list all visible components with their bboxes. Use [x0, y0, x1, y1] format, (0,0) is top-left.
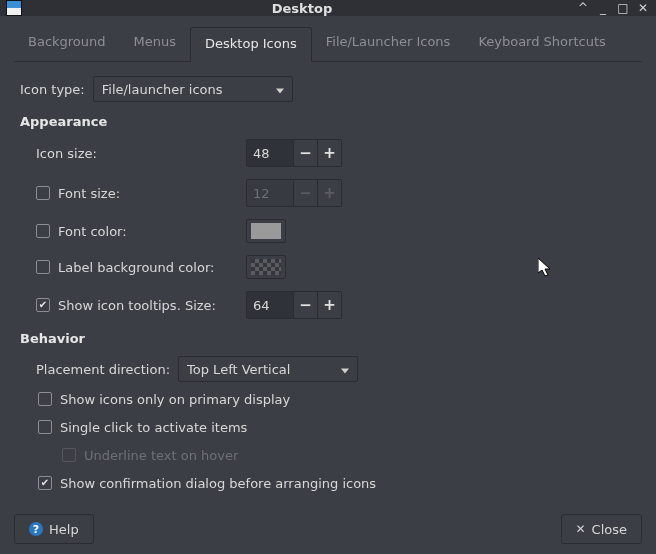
label-bg-checkbox[interactable] — [36, 260, 50, 274]
maximize-button[interactable]: □ — [616, 1, 630, 15]
confirm-arrange-label: Show confirmation dialog before arrangin… — [60, 476, 376, 491]
icon-size-spinner: 48 − + — [246, 139, 636, 167]
primary-display-label: Show icons only on primary display — [60, 392, 290, 407]
tab-menus[interactable]: Menus — [120, 26, 190, 61]
font-color-swatch — [251, 223, 281, 239]
close-window-button[interactable]: ✕ — [636, 1, 650, 15]
rollup-button[interactable]: ^ — [576, 1, 590, 15]
placement-label: Placement direction: — [36, 362, 170, 377]
icon-size-increment[interactable]: + — [318, 139, 342, 167]
confirm-arrange-row: Show confirmation dialog before arrangin… — [38, 474, 636, 492]
titlebar: Desktop ^ _ □ ✕ — [0, 0, 656, 16]
font-size-increment: + — [318, 179, 342, 207]
tooltips-row: Show icon tooltips. Size: — [36, 298, 246, 313]
primary-display-row: Show icons only on primary display — [38, 390, 636, 408]
label-bg-label: Label background color: — [58, 260, 214, 275]
icon-type-select[interactable]: File/launcher icons — [93, 76, 293, 102]
font-size-spinner: 12 − + — [246, 179, 636, 207]
titlebar-controls: ^ _ □ ✕ — [576, 1, 650, 15]
transparent-swatch — [251, 259, 281, 275]
tab-keyboard-shortcuts[interactable]: Keyboard Shortcuts — [464, 26, 619, 61]
confirm-arrange-checkbox[interactable] — [38, 476, 52, 490]
behavior-heading: Behavior — [20, 331, 636, 346]
font-color-label: Font color: — [58, 224, 127, 239]
single-click-label: Single click to activate items — [60, 420, 247, 435]
app-icon — [6, 0, 22, 16]
icon-type-row: Icon type: File/launcher icons — [20, 76, 636, 102]
tab-bar: Background Menus Desktop Icons File/Laun… — [14, 26, 642, 62]
underline-label: Underline text on hover — [84, 448, 238, 463]
label-bg-row: Label background color: — [36, 260, 246, 275]
appearance-grid: Icon size: 48 − + Font size: 12 − + — [36, 139, 636, 319]
placement-row: Placement direction: Top Left Vertical — [20, 356, 636, 382]
footer: ? Help ✕ Close — [0, 506, 656, 554]
tooltips-size-spinner: 64 − + — [246, 291, 636, 319]
help-icon: ? — [29, 522, 43, 536]
tooltips-size-decrement[interactable]: − — [294, 291, 318, 319]
underline-checkbox — [62, 448, 76, 462]
behavior-options: Show icons only on primary display Singl… — [38, 390, 636, 492]
icon-type-label: Icon type: — [20, 82, 85, 97]
font-size-row: Font size: — [36, 186, 246, 201]
label-bg-color-button[interactable] — [246, 255, 286, 279]
window-title: Desktop — [28, 1, 576, 16]
appearance-heading: Appearance — [20, 114, 636, 129]
single-click-checkbox[interactable] — [38, 420, 52, 434]
icon-size-decrement[interactable]: − — [294, 139, 318, 167]
icon-size-label: Icon size: — [36, 146, 246, 161]
font-size-checkbox[interactable] — [36, 186, 50, 200]
tab-file-launcher-icons[interactable]: File/Launcher Icons — [312, 26, 465, 61]
primary-display-checkbox[interactable] — [38, 392, 52, 406]
placement-select[interactable]: Top Left Vertical — [178, 356, 358, 382]
underline-row: Underline text on hover — [62, 446, 636, 464]
font-size-label: Font size: — [58, 186, 120, 201]
single-click-row: Single click to activate items — [38, 418, 636, 436]
close-label: Close — [592, 522, 627, 537]
tooltips-checkbox[interactable] — [36, 298, 50, 312]
desktop-settings-window: Desktop ^ _ □ ✕ Background Menus Desktop… — [0, 0, 656, 554]
tooltips-label: Show icon tooltips. Size: — [58, 298, 216, 313]
tab-body: Icon type: File/launcher icons Appearanc… — [14, 62, 642, 498]
font-color-checkbox[interactable] — [36, 224, 50, 238]
chevron-down-icon — [341, 362, 349, 377]
help-label: Help — [49, 522, 79, 537]
tab-background[interactable]: Background — [14, 26, 120, 61]
tooltips-size-increment[interactable]: + — [318, 291, 342, 319]
close-icon: ✕ — [576, 522, 586, 536]
font-color-button[interactable] — [246, 219, 286, 243]
icon-type-value: File/launcher icons — [102, 82, 223, 97]
minimize-button[interactable]: _ — [596, 1, 610, 15]
chevron-down-icon — [276, 82, 284, 97]
font-size-decrement: − — [294, 179, 318, 207]
placement-value: Top Left Vertical — [187, 362, 290, 377]
content-area: Background Menus Desktop Icons File/Laun… — [0, 16, 656, 506]
tooltips-size-input[interactable]: 64 — [246, 291, 294, 319]
font-color-row: Font color: — [36, 224, 246, 239]
close-button[interactable]: ✕ Close — [561, 514, 642, 544]
icon-size-input[interactable]: 48 — [246, 139, 294, 167]
help-button[interactable]: ? Help — [14, 514, 94, 544]
font-size-input: 12 — [246, 179, 294, 207]
tab-desktop-icons[interactable]: Desktop Icons — [190, 27, 312, 62]
